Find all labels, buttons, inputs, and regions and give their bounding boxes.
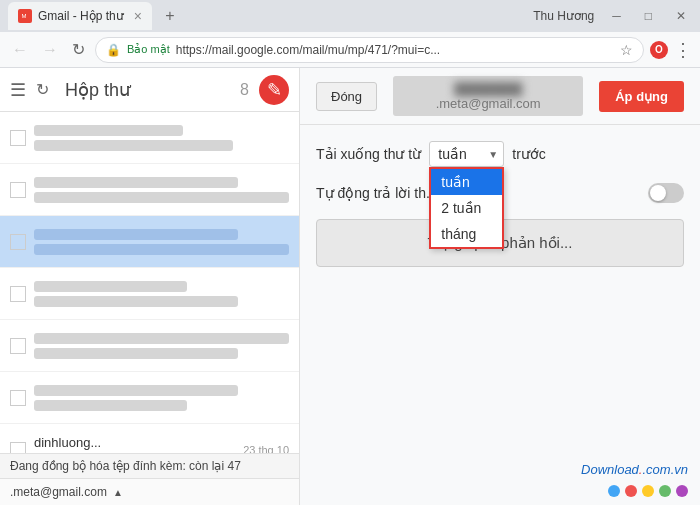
gmail-refresh-button[interactable]: ↻: [36, 80, 49, 99]
panel-header: Đóng ████████ .meta@gmail.com Áp dụng: [300, 68, 700, 125]
minimize-button[interactable]: ─: [606, 7, 627, 25]
svg-text:M: M: [22, 13, 27, 19]
panel-email: ████████ .meta@gmail.com: [393, 76, 583, 116]
dropdown-item-tuan[interactable]: tuần: [431, 169, 502, 195]
watermark-text-after: .com.vn: [642, 462, 688, 477]
security-icon: 🔒: [106, 43, 121, 57]
dropdown-item-thang[interactable]: tháng: [431, 221, 502, 247]
tab-title: Gmail - Hộp thư: [38, 9, 124, 23]
list-item[interactable]: [0, 216, 299, 268]
forward-button[interactable]: →: [38, 39, 62, 61]
email-content: dinhluong...: [34, 435, 237, 454]
email-preview: [34, 140, 233, 151]
url-text: https://mail.google.com/mail/mu/mp/471/?…: [176, 43, 614, 57]
email-content: [34, 177, 289, 203]
email-sender: [34, 125, 183, 136]
email-checkbox[interactable]: [10, 234, 26, 250]
compose-icon: ✎: [267, 79, 282, 101]
email-checkbox[interactable]: [10, 182, 26, 198]
email-content: [34, 125, 283, 151]
email-preview: [34, 192, 289, 203]
panel-email-domain: .meta@gmail.com: [436, 96, 541, 111]
titlebar-left: M Gmail - Hộp thư × +: [8, 2, 182, 30]
download-setting-row: Tải xuống thư từ tuần 2 tuần tháng ▼ tuầ…: [316, 141, 684, 167]
dot-blue: [608, 485, 620, 497]
setting-text-before: Tải xuống thư từ: [316, 146, 421, 162]
watermark-area: Download..com.vn: [300, 331, 700, 505]
list-item[interactable]: [0, 268, 299, 320]
chrome-menu-button[interactable]: ⋮: [674, 39, 692, 61]
username: Thu Hương: [533, 9, 594, 23]
panel-content: Tải xuống thư từ tuần 2 tuần tháng ▼ tuầ…: [300, 125, 700, 331]
time-period-select[interactable]: tuần 2 tuần tháng: [429, 141, 504, 167]
dropdown-menu: tuần 2 tuần tháng: [429, 167, 504, 249]
titlebar: M Gmail - Hộp thư × + Thu Hương ─ □ ✕: [0, 0, 700, 32]
notification-bar: Đang đồng bộ hóa tệp đính kèm: còn lại 4…: [0, 453, 299, 478]
sync-status-text: Đang đồng bộ hóa tệp đính kèm: còn lại 4…: [10, 459, 241, 473]
footer-email: .meta@gmail.com: [10, 485, 107, 499]
sidebar-wrapper: ☰ ↻ Hộp thư 8 ✎: [0, 68, 300, 505]
opera-icon: O: [650, 41, 668, 59]
dot-green: [659, 485, 671, 497]
triangle-icon[interactable]: ▲: [113, 487, 123, 498]
list-item[interactable]: dinhluong... 23 thg 10: [0, 424, 299, 453]
email-list[interactable]: dinhluong... 23 thg 10: [0, 112, 299, 453]
email-preview: [34, 296, 238, 307]
email-preview: [34, 348, 238, 359]
list-item[interactable]: [0, 112, 299, 164]
email-sender: [34, 229, 238, 240]
email-checkbox[interactable]: [10, 286, 26, 302]
close-button[interactable]: ✕: [670, 7, 692, 25]
time-select-wrapper: tuần 2 tuần tháng ▼ tuần 2 tuần tháng: [429, 141, 504, 167]
maximize-button[interactable]: □: [639, 7, 658, 25]
new-tab-button[interactable]: +: [158, 4, 182, 28]
refresh-button[interactable]: ↻: [68, 38, 89, 61]
back-button[interactable]: ←: [8, 39, 32, 61]
email-sender: [34, 385, 238, 396]
color-dots: [608, 485, 688, 497]
inbox-label: Hộp thư: [65, 79, 230, 101]
right-panel: Đóng ████████ .meta@gmail.com Áp dụng Tả…: [300, 68, 700, 505]
compose-button[interactable]: ✎: [259, 75, 289, 105]
bookmark-icon[interactable]: ☆: [620, 42, 633, 58]
addressbar: ← → ↻ 🔒 Bảo mật https://mail.google.com/…: [0, 32, 700, 68]
email-sender: [34, 281, 187, 292]
main-layout: ☰ ↻ Hộp thư 8 ✎: [0, 68, 700, 505]
email-content: [34, 333, 289, 359]
list-item[interactable]: [0, 372, 299, 424]
email-checkbox[interactable]: [10, 130, 26, 146]
gmail-toolbar: ☰ ↻ Hộp thư 8 ✎: [0, 68, 299, 112]
inbox-count: 8: [240, 81, 249, 99]
email-checkbox[interactable]: [10, 442, 26, 454]
dot-yellow: [642, 485, 654, 497]
email-checkbox[interactable]: [10, 390, 26, 406]
email-sender-text: dinhluong...: [34, 435, 237, 450]
panel-email-masked: ████████: [454, 82, 522, 96]
email-content: [34, 385, 289, 411]
dot-purple: [676, 485, 688, 497]
auto-reply-toggle[interactable]: [648, 183, 684, 203]
address-box[interactable]: 🔒 Bảo mật https://mail.google.com/mail/m…: [95, 37, 644, 63]
email-footer: .meta@gmail.com ▲: [0, 478, 299, 505]
active-tab[interactable]: M Gmail - Hộp thư ×: [8, 2, 152, 30]
dong-button[interactable]: Đóng: [316, 82, 377, 111]
watermark: Download..com.vn: [581, 462, 688, 477]
hamburger-menu[interactable]: ☰: [10, 79, 26, 101]
toggle-knob: [650, 185, 666, 201]
list-item[interactable]: [0, 320, 299, 372]
email-content: [34, 281, 289, 307]
list-item[interactable]: [0, 164, 299, 216]
tab-close-button[interactable]: ×: [134, 8, 142, 24]
email-date: 23 thg 10: [243, 444, 289, 454]
security-label: Bảo mật: [127, 43, 170, 56]
email-preview: [34, 244, 289, 255]
setting-text-after: trước: [512, 146, 546, 162]
email-preview: [34, 400, 187, 411]
email-checkbox[interactable]: [10, 338, 26, 354]
titlebar-right: Thu Hương ─ □ ✕: [533, 7, 692, 25]
email-sender: [34, 177, 238, 188]
dropdown-item-2tuan[interactable]: 2 tuần: [431, 195, 502, 221]
watermark-text-before: Download: [581, 462, 639, 477]
email-content: [34, 229, 289, 255]
ap-dung-button[interactable]: Áp dụng: [599, 81, 684, 112]
